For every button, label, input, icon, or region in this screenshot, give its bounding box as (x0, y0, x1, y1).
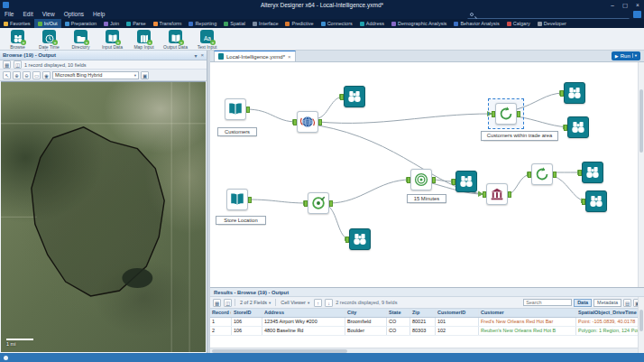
column-header-customerid[interactable]: CustomerID (436, 309, 479, 317)
palette-tool-map-input[interactable]: Map Input (129, 30, 159, 50)
browse-tool-7[interactable] (585, 190, 607, 212)
binoculars-icon (584, 164, 601, 181)
palette-tool-text-input[interactable]: AaText Input (192, 30, 222, 50)
menu-item-view[interactable]: View (38, 10, 60, 19)
summarize-process-tool[interactable] (531, 163, 553, 185)
zoom-in-icon[interactable]: ⊕ (13, 71, 21, 79)
dock-menu-icon[interactable]: ▾ (194, 52, 197, 59)
canvas-vertical-scrollbar[interactable] (638, 62, 644, 287)
data-toggle[interactable]: Data (574, 299, 592, 307)
menu-item-options[interactable]: Options (60, 10, 88, 19)
results-vertical-scrollbar[interactable] (638, 297, 644, 353)
column-header-storeid[interactable]: StoreID (232, 309, 262, 317)
ribbon-tab-demographic-analysis[interactable]: Demographic Analysis (388, 19, 450, 28)
browse-tool-5[interactable] (455, 171, 477, 192)
menu-item-edit[interactable]: Edit (18, 10, 37, 19)
ribbon-tab-behavior-analysis[interactable]: Behavior Analysis (450, 19, 502, 28)
annotation-15-minutes[interactable]: 15 Minutes (407, 194, 446, 203)
map-view[interactable]: 1 mi (1, 81, 206, 352)
basemap-dropdown[interactable]: Microsoft Bing Hybrid ▾ (52, 71, 139, 79)
arrow-up-icon[interactable]: ↑ (314, 299, 322, 307)
input-anchor (452, 179, 455, 185)
workflow-tab[interactable]: Local-Intelligence.yxmd* × (214, 51, 296, 61)
save-results-icon[interactable]: ▤ (623, 299, 631, 307)
annotation-customers[interactable]: Customers (217, 127, 257, 136)
ribbon-tab-connectors[interactable]: Connectors (317, 19, 356, 28)
ribbon-tab-join[interactable]: Join (100, 19, 123, 28)
zoom-box-icon[interactable]: ▭ (32, 71, 41, 79)
chevron-down-icon: ▾ (632, 53, 637, 58)
ribbon-tab-reporting[interactable]: Reporting (185, 19, 220, 28)
ribbon-tab-in-out[interactable]: In/Out (34, 19, 61, 28)
scrollbar-thumb[interactable] (639, 310, 643, 331)
ribbon-tab-developer[interactable]: Developer (534, 19, 570, 28)
map-view-icon[interactable]: ◫ (224, 299, 232, 307)
results-search-input[interactable] (523, 299, 572, 306)
ribbon-tab-label: Connectors (327, 21, 353, 26)
input-data-store-location-tool[interactable] (226, 189, 248, 210)
column-header-record[interactable]: Record # (210, 309, 232, 317)
scrollbar-thumb[interactable] (639, 89, 643, 153)
trade-area-tool[interactable] (410, 169, 432, 190)
palette-tool-output-data[interactable]: Output Data (161, 30, 190, 50)
menu-item-help[interactable]: Help (88, 10, 109, 19)
column-header-spatialobject-drivetime[interactable]: SpatialObject_DriveTime (576, 309, 638, 317)
arrow-down-icon[interactable]: ↓ (325, 299, 333, 307)
profile-button[interactable] (633, 11, 641, 18)
table-row[interactable]: 110612345 Airport Wky #200BroomfieldCO80… (210, 318, 638, 327)
close-panel-icon[interactable]: × (200, 52, 204, 59)
minimize-button[interactable]: – (606, 0, 619, 10)
alteryx-designer-window: Alteryx Designer x64 - Local-Intelligenc… (0, 0, 644, 362)
table-view-icon[interactable]: ▦ (213, 299, 221, 307)
annotation-customers-within-trade-area[interactable]: Customers within trade area (481, 131, 558, 141)
browse-tool-2[interactable] (564, 82, 585, 104)
close-tab-icon[interactable]: × (288, 54, 291, 60)
column-header-zip[interactable]: Zip (410, 309, 436, 317)
geocoder-tool[interactable] (297, 111, 318, 133)
browse-tool-6[interactable] (582, 162, 603, 183)
palette-tool-browse[interactable]: Browse (3, 30, 32, 50)
browse-tool-3[interactable] (567, 116, 589, 138)
ribbon-tab-preparation[interactable]: Preparation (61, 19, 100, 28)
ribbon-tab-spatial[interactable]: Spatial (220, 19, 249, 28)
map-view-icon[interactable]: ◫ (14, 60, 22, 69)
ribbon-tab-transform[interactable]: Transform (150, 19, 186, 28)
column-header-state[interactable]: State (387, 309, 410, 317)
maximize-button[interactable]: ▢ (619, 0, 631, 10)
ribbon-tab-calgary[interactable]: Calgary (503, 19, 534, 28)
fields-dropdown[interactable]: 2 of 2 Fields ▾ (238, 299, 272, 306)
parse-category-icon (126, 22, 131, 26)
column-header-customer[interactable]: Customer (479, 309, 576, 317)
palette-tool-input-data[interactable]: Input Data (97, 30, 127, 50)
trade-area-process-tool[interactable] (495, 103, 517, 125)
close-button[interactable]: × (631, 0, 644, 10)
ribbon-tab-favorites[interactable]: Favorites (0, 19, 34, 28)
tool-palette: BrowseDate Time NowDirectoryInput DataMa… (0, 28, 644, 51)
spatial-match-tool[interactable] (486, 183, 508, 205)
create-points-tool[interactable] (308, 192, 329, 214)
palette-tool-directory[interactable]: Directory (66, 30, 96, 50)
table-view-icon[interactable]: ▦ (3, 60, 11, 69)
cell-viewer-dropdown[interactable]: Cell Viewer ▾ (279, 299, 311, 306)
workflow-canvas[interactable]: Customers Store Location 15 Minutes Cust… (210, 62, 644, 287)
zoom-out-icon[interactable]: ⊖ (23, 71, 31, 79)
column-header-address[interactable]: Address (262, 309, 345, 317)
browse-tool-1[interactable] (344, 86, 365, 107)
browse-tool-4[interactable] (349, 228, 371, 250)
ribbon-tab-predictive[interactable]: Predictive (281, 19, 317, 28)
select-tool-icon[interactable]: ↖ (3, 71, 11, 79)
input-data-customers-tool[interactable] (225, 98, 246, 120)
table-row[interactable]: 21064800 Baseline RdBoulderCO80303102Reu… (210, 327, 638, 336)
menu-item-file[interactable]: File (0, 10, 18, 19)
column-header-city[interactable]: City (345, 309, 387, 317)
full-extent-icon[interactable]: ◉ (42, 71, 51, 79)
ribbon-tab-interface[interactable]: Interface (249, 19, 281, 28)
metadata-toggle[interactable]: Metadata (593, 299, 621, 307)
save-map-icon[interactable]: ▣ (141, 71, 149, 79)
palette-tool-date-time-now[interactable]: Date Time Now (34, 30, 64, 50)
annotation-store-location[interactable]: Store Location (216, 216, 266, 225)
global-search (467, 11, 630, 18)
ribbon-tab-parse[interactable]: Parse (123, 19, 149, 28)
run-button[interactable]: ▶ Run ▾ (612, 51, 640, 60)
ribbon-tab-address[interactable]: Address (356, 19, 388, 28)
